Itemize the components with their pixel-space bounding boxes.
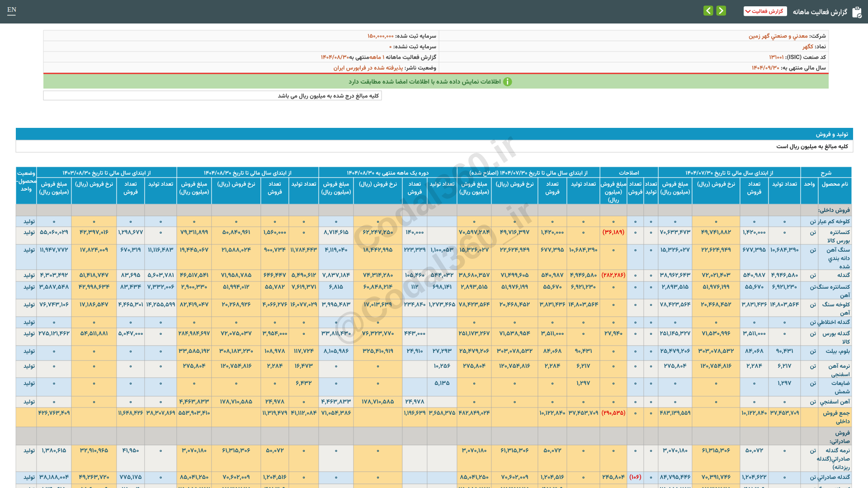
svg-text:EN: EN [7,6,16,13]
